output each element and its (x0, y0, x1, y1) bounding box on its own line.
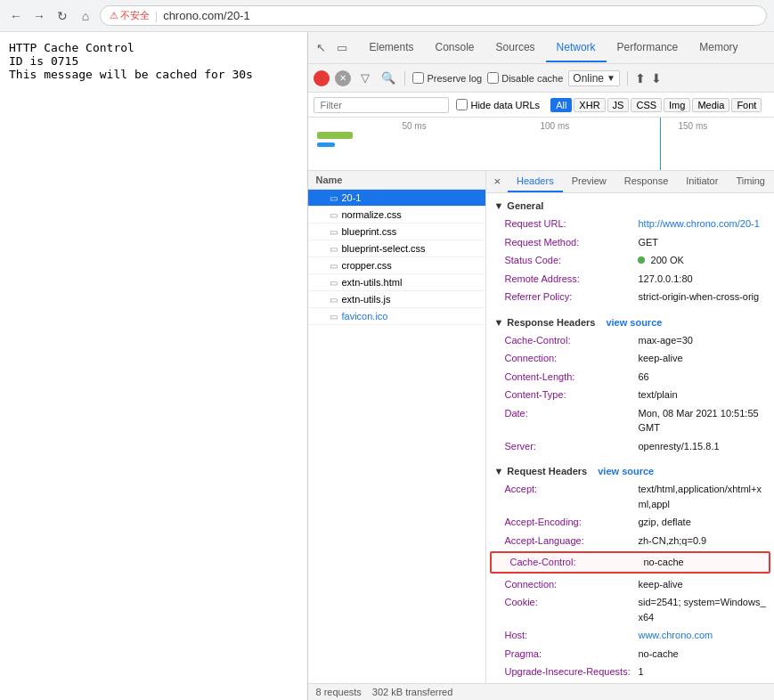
resp-content-type-row: Content-Type: text/plain (486, 386, 774, 404)
record-button[interactable] (314, 70, 330, 86)
filter-media[interactable]: Media (692, 98, 729, 112)
resp-connection-name: Connection: (504, 351, 638, 366)
address-text: chrono.com/20-1 (163, 9, 250, 22)
request-headers-view-source[interactable]: view source (598, 466, 654, 476)
request-method-name: Request Method: (504, 235, 638, 250)
filter-icon[interactable]: ▽ (356, 69, 374, 87)
devtools-tab-icons: ↖ ▭ (312, 39, 351, 57)
filter-js[interactable]: JS (607, 98, 630, 112)
upload-button[interactable]: ⬆ (635, 71, 646, 85)
req-accept-encoding-name: Accept-Encoding: (504, 515, 638, 530)
response-headers-view-source[interactable]: view source (606, 317, 662, 328)
resp-content-type-name: Content-Type: (504, 387, 638, 403)
detail-tab-initiator[interactable]: Initiator (677, 171, 727, 192)
file-item-favicon[interactable]: ▭ favicon.ico (308, 308, 485, 325)
req-upgrade-row: Upgrade-Insecure-Requests: 1 (486, 663, 774, 681)
file-icon-blueprint: ▭ (330, 227, 338, 237)
address-bar[interactable]: ⚠ 不安全 | chrono.com/20-1 (100, 5, 767, 26)
reload-button[interactable]: ↻ (53, 7, 71, 25)
page-line2: ID is 0715 (9, 54, 298, 68)
req-accept-row: Accept: text/html,application/xhtml+xml,… (486, 480, 774, 513)
resp-connection-row: Connection: keep-alive (486, 349, 774, 368)
request-method-row: Request Method: GET (486, 233, 774, 252)
req-cache-control-value: no-cache (643, 555, 683, 570)
resp-cache-control-value: max-age=30 (638, 333, 692, 348)
home-button[interactable]: ⌂ (77, 7, 94, 25)
req-accept-encoding-value: gzip, deflate (638, 515, 690, 530)
response-headers-section-header[interactable]: ▼ Response Headers view source (486, 313, 774, 331)
file-item-normalize[interactable]: ▭ normalize.css (308, 207, 485, 224)
forward-button[interactable]: → (30, 7, 48, 25)
inspect-icon[interactable]: ↖ (312, 39, 330, 57)
file-icon-extn-js: ▭ (330, 295, 338, 305)
tab-memory[interactable]: Memory (688, 34, 748, 62)
browser-chrome: ← → ↻ ⌂ ⚠ 不安全 | chrono.com/20-1 (0, 0, 774, 32)
clear-button[interactable]: ✕ (335, 70, 351, 86)
resp-server-name: Server: (504, 439, 638, 454)
req-cookie-name: Cookie: (504, 595, 638, 624)
file-list-header: Name (308, 171, 485, 190)
disable-cache-checkbox[interactable] (487, 72, 499, 84)
resp-content-length-row: Content-Length: 66 (486, 368, 774, 387)
tab-network[interactable]: Network (546, 34, 607, 62)
transferred-size: 302 kB transferred (372, 687, 453, 697)
filter-img[interactable]: Img (664, 98, 690, 112)
request-method-value: GET (638, 235, 658, 250)
device-icon[interactable]: ▭ (333, 39, 351, 57)
tab-elements[interactable]: Elements (358, 34, 424, 62)
tab-console[interactable]: Console (425, 34, 485, 62)
req-connection-value: keep-alive (638, 577, 682, 592)
resp-date-row: Date: Mon, 08 Mar 2021 10:51:55 GMT (486, 404, 774, 437)
general-arrow: ▼ (493, 200, 503, 211)
detail-tab-preview[interactable]: Preview (563, 171, 615, 192)
search-icon[interactable]: 🔍 (379, 69, 397, 87)
request-headers-section: ▼ Request Headers view source Accept: te… (486, 459, 774, 683)
filter-type-buttons: All XHR JS CSS Img Media Font (550, 98, 762, 112)
disable-cache-check[interactable]: Disable cache (487, 72, 563, 84)
filter-all[interactable]: All (550, 98, 572, 112)
file-name-normalize: normalize.css (341, 209, 401, 220)
file-icon-extn-html: ▭ (330, 278, 338, 288)
filter-css[interactable]: CSS (631, 98, 662, 112)
resp-date-name: Date: (504, 406, 638, 435)
back-button[interactable]: ← (7, 7, 25, 25)
remote-address-value: 127.0.0.1:80 (638, 272, 692, 287)
file-item-extn-html[interactable]: ▭ extn-utils.html (308, 274, 485, 291)
status-bar: 8 requests 302 kB transferred (308, 683, 774, 700)
file-item-extn-js[interactable]: ▭ extn-utils.js (308, 291, 485, 308)
download-button[interactable]: ⬇ (651, 71, 662, 85)
hide-data-urls-checkbox[interactable] (456, 99, 468, 110)
filter-input[interactable] (314, 97, 449, 113)
devtools-panel: ↖ ▭ Elements Console Sources Network Per… (307, 32, 774, 700)
response-headers-section: ▼ Response Headers view source Cache-Con… (486, 310, 774, 460)
response-headers-arrow: ▼ (493, 317, 503, 328)
file-item-blueprint[interactable]: ▭ blueprint.css (308, 224, 485, 240)
req-accept-value: text/html,application/xhtml+xml,appl (638, 482, 767, 511)
req-cookie-row: Cookie: sid=2541; system=Windows_x64 (486, 593, 774, 626)
resp-cache-control-row: Cache-Control: max-age=30 (486, 331, 774, 350)
request-headers-section-header[interactable]: ▼ Request Headers view source (486, 462, 774, 480)
timeline: 50 ms 100 ms 150 ms (308, 118, 774, 171)
file-name-extn-html: extn-utils.html (341, 277, 402, 288)
tab-sources[interactable]: Sources (485, 34, 546, 62)
filter-xhr[interactable]: XHR (574, 98, 605, 112)
status-code-value: 200 OK (638, 253, 683, 268)
filter-font[interactable]: Font (731, 98, 762, 112)
detail-tab-response[interactable]: Response (615, 171, 678, 192)
file-item-blueprint-select[interactable]: ▭ blueprint-select.css (308, 240, 485, 257)
preserve-log-check[interactable]: Preserve log (412, 72, 482, 84)
detail-tab-headers[interactable]: Headers (508, 171, 563, 192)
hide-data-urls-check[interactable]: Hide data URLs (456, 99, 540, 110)
preserve-log-checkbox[interactable] (412, 72, 424, 84)
req-accept-language-row: Accept-Language: zh-CN,zh;q=0.9 (486, 532, 774, 550)
file-item-20-1[interactable]: ▭ 20-1 (308, 190, 485, 207)
status-code-name: Status Code: (504, 253, 638, 268)
toolbar-divider2 (627, 71, 628, 85)
file-item-cropper[interactable]: ▭ cropper.css (308, 257, 485, 274)
general-section-header[interactable]: ▼ General (486, 197, 774, 215)
throttle-dropdown[interactable]: Online ▼ (568, 70, 620, 86)
detail-close-button[interactable]: × (486, 171, 508, 192)
tab-performance[interactable]: Performance (607, 34, 689, 62)
req-accept-name: Accept: (504, 482, 638, 511)
detail-tab-timing[interactable]: Timing (727, 171, 774, 192)
